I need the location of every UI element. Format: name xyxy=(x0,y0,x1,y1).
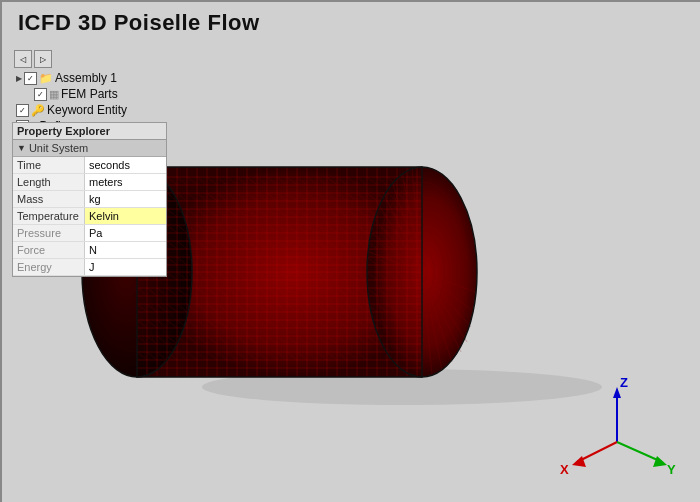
tree-item-keyword-entity[interactable]: ✓ 🔑 Keyword Entity xyxy=(14,102,174,118)
property-explorer-panel: Property Explorer ▼ Unit System Time sec… xyxy=(12,122,167,277)
pe-row-energy: Energy J xyxy=(13,259,166,276)
pe-row-pressure: Pressure Pa xyxy=(13,225,166,242)
page-title: ICFD 3D Poiselle Flow xyxy=(18,10,260,36)
assembly1-label: Assembly 1 xyxy=(55,71,117,85)
pe-row-mass: Mass kg xyxy=(13,191,166,208)
svg-text:X: X xyxy=(560,462,569,477)
nav-button-prev[interactable]: ◁ xyxy=(14,50,32,68)
fem-parts-label: FEM Parts xyxy=(61,87,118,101)
pe-row-temperature: Temperature Kelvin xyxy=(13,208,166,225)
svg-text:Y: Y xyxy=(667,462,676,477)
keyword-entity-label: Keyword Entity xyxy=(47,103,127,117)
pe-row-time: Time seconds xyxy=(13,157,166,174)
pe-row-force: Force N xyxy=(13,242,166,259)
svg-text:Z: Z xyxy=(620,375,628,390)
pe-row-length: Length meters xyxy=(13,174,166,191)
pe-header: Property Explorer xyxy=(13,123,166,140)
tree-item-assembly1[interactable]: ▶ ✓ 📁 Assembly 1 xyxy=(14,70,174,86)
pe-section-unit-system: ▼ Unit System xyxy=(13,140,166,157)
tree-item-fem-parts[interactable]: ✓ ▦ FEM Parts xyxy=(14,86,174,102)
nav-toolbar: ◁ ▷ xyxy=(14,50,52,68)
main-area: Z X Y ICFD 3D Poiselle Flow ◁ ▷ ▶ ✓ 📁 As… xyxy=(0,0,700,502)
nav-button-next[interactable]: ▷ xyxy=(34,50,52,68)
